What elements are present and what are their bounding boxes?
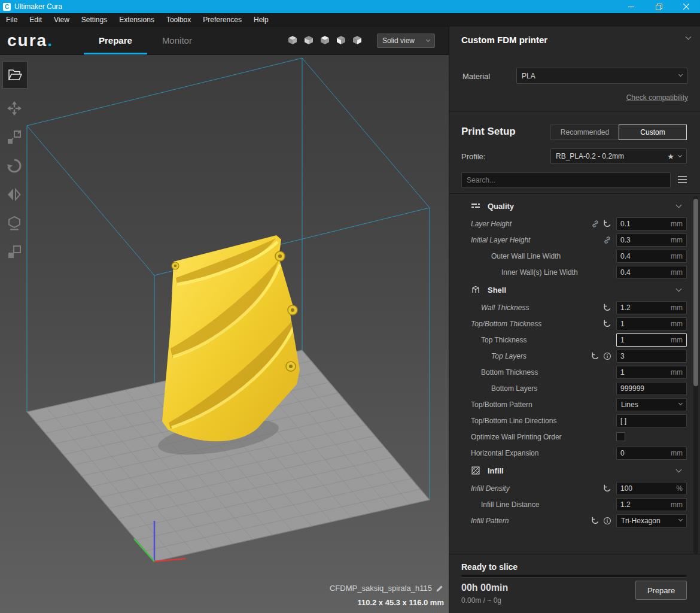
cura-app-icon: C <box>3 3 11 11</box>
revert-icon[interactable] <box>591 352 599 360</box>
menu-view[interactable]: View <box>48 14 75 26</box>
chevron-down-icon <box>678 517 683 521</box>
optimize-wall-printing-order-checkbox[interactable] <box>616 432 625 441</box>
setting-label: Top/Bottom Thickness <box>471 320 603 328</box>
setting-row-infill-pattern: Infill PatternTri-Hexagon <box>449 512 700 527</box>
camera-view-buttons <box>287 35 363 45</box>
prepare-button[interactable]: Prepare <box>635 581 687 600</box>
edit-pencil-icon[interactable] <box>436 584 444 593</box>
view-top-icon[interactable] <box>319 35 330 45</box>
profile-dropdown[interactable]: RB_PLA-0.2 - 0.2mm ★ <box>550 148 687 164</box>
section-header-quality[interactable]: Quality <box>449 196 700 216</box>
revert-icon[interactable] <box>603 304 611 312</box>
section-title: Quality <box>488 202 677 211</box>
minimize-icon <box>628 4 634 10</box>
revert-icon[interactable] <box>603 220 611 228</box>
wall-thickness-input[interactable] <box>617 302 686 314</box>
menubar: FileEditViewSettingsExtensionsToolboxPre… <box>0 13 700 26</box>
view-left-icon[interactable] <box>336 35 346 45</box>
infill-density-input[interactable] <box>617 482 686 494</box>
tab-prepare[interactable]: Prepare <box>84 26 147 54</box>
sidebar: Custom FDM printer Material PLA Check co… <box>449 26 700 613</box>
material-estimate: 0.00m / ~ 0g <box>461 596 501 605</box>
menu-help[interactable]: Help <box>248 14 275 26</box>
model-dimensions: 110.2 x 45.3 x 116.0 mm <box>357 598 444 607</box>
setting-row-wall-thickness: Wall Thicknessmm <box>449 299 700 315</box>
setting-label: Initial Layer Height <box>471 236 603 244</box>
model-name[interactable]: CFDMP_saksiq_spirala_h115 <box>330 584 444 593</box>
info-icon[interactable] <box>603 352 611 360</box>
setting-search-input[interactable] <box>461 172 671 188</box>
revert-icon[interactable] <box>603 320 611 328</box>
maximize-button[interactable] <box>645 0 672 13</box>
top-thickness-input[interactable] <box>617 334 686 346</box>
view-front-icon[interactable] <box>303 35 314 45</box>
menu-edit[interactable]: Edit <box>23 14 48 26</box>
menu-settings[interactable]: Settings <box>75 14 113 26</box>
top-bottom-thickness-input[interactable] <box>617 318 686 330</box>
setting-label: Horizontal Expansion <box>471 449 611 457</box>
recommended-mode-button[interactable]: Recommended <box>550 125 619 140</box>
menu-extensions[interactable]: Extensions <box>113 14 160 26</box>
viewport-3d[interactable]: CFDMP_saksiq_spirala_h115 110.2 x 45.3 x… <box>0 55 449 613</box>
section-header-shell[interactable]: Shell <box>449 280 700 299</box>
link-icon[interactable] <box>591 220 599 228</box>
setting-visibility-menu-icon[interactable] <box>678 176 687 183</box>
inner-wall-s-line-width-input[interactable] <box>617 266 686 278</box>
slice-footer: Ready to slice 00h 00min 0.00m / ~ 0g Pr… <box>449 554 700 613</box>
initial-layer-height-input[interactable] <box>617 234 686 246</box>
profile-label: Profile: <box>461 152 485 161</box>
star-icon[interactable]: ★ <box>667 152 674 161</box>
setting-label: Infill Pattern <box>471 517 591 525</box>
menu-toolbox[interactable]: Toolbox <box>160 14 197 26</box>
bottom-thickness-input[interactable] <box>617 366 686 378</box>
setting-row-initial-layer-height: Initial Layer Heightmm <box>449 232 700 248</box>
stage-tabbar: PrepareMonitor <box>84 26 207 54</box>
mirror-tool-button[interactable] <box>7 186 22 204</box>
section-header-infill[interactable]: Infill <box>449 461 700 480</box>
revert-icon[interactable] <box>591 517 599 525</box>
infill-line-distance-input[interactable] <box>617 499 686 511</box>
printer-name[interactable]: Custom FDM printer <box>461 35 547 45</box>
quality-icon <box>471 201 480 211</box>
restore-icon <box>656 4 662 10</box>
menu-preferences[interactable]: Preferences <box>197 14 248 26</box>
move-tool-button[interactable] <box>7 99 22 117</box>
view-right-icon[interactable] <box>352 35 363 45</box>
layer-height-input[interactable] <box>617 218 686 230</box>
scrollbar-thumb[interactable] <box>693 199 698 386</box>
chevron-down-icon <box>676 202 682 208</box>
outer-wall-line-width-input[interactable] <box>617 250 686 262</box>
menu-file[interactable]: File <box>0 14 23 26</box>
link-icon[interactable] <box>603 236 611 244</box>
per-model-settings-tool-button[interactable] <box>7 214 22 232</box>
open-file-button[interactable] <box>2 61 28 89</box>
setting-row-infill-line-distance: Infill Line Distancemm <box>449 496 700 512</box>
check-compatibility-link[interactable]: Check compatibility <box>626 93 688 102</box>
section-title: Infill <box>488 466 677 475</box>
info-icon[interactable] <box>603 517 611 525</box>
view-mode-dropdown[interactable]: Solid view <box>377 34 435 48</box>
minimize-button[interactable] <box>617 0 645 13</box>
material-dropdown[interactable]: PLA <box>516 68 687 84</box>
top-bottom-line-directions-input[interactable] <box>617 415 686 427</box>
setting-label: Bottom Thickness <box>471 368 611 377</box>
setting-label: Wall Thickness <box>471 304 603 312</box>
infill-pattern-select[interactable]: Tri-Hexagon <box>616 514 687 527</box>
chevron-down-icon[interactable] <box>686 34 692 40</box>
rotate-tool-button[interactable] <box>7 157 22 175</box>
view-3d-icon[interactable] <box>287 35 298 45</box>
revert-icon[interactable] <box>603 484 611 493</box>
settings-list: QualityLayer HeightmmInitial Layer Heigh… <box>449 194 700 527</box>
close-button[interactable] <box>672 0 700 13</box>
scale-tool-button[interactable] <box>7 128 22 146</box>
top-layers-input[interactable] <box>617 350 686 362</box>
bottom-layers-input[interactable] <box>617 383 686 394</box>
material-label: Material <box>462 72 490 81</box>
tab-monitor[interactable]: Monitor <box>147 26 207 54</box>
top-bottom-pattern-select[interactable]: Lines <box>616 398 687 411</box>
setting-label: Top Layers <box>471 352 591 360</box>
support-blocker-tool-button[interactable] <box>7 243 22 261</box>
custom-mode-button[interactable]: Custom <box>619 125 687 140</box>
horizontal-expansion-input[interactable] <box>617 447 686 459</box>
